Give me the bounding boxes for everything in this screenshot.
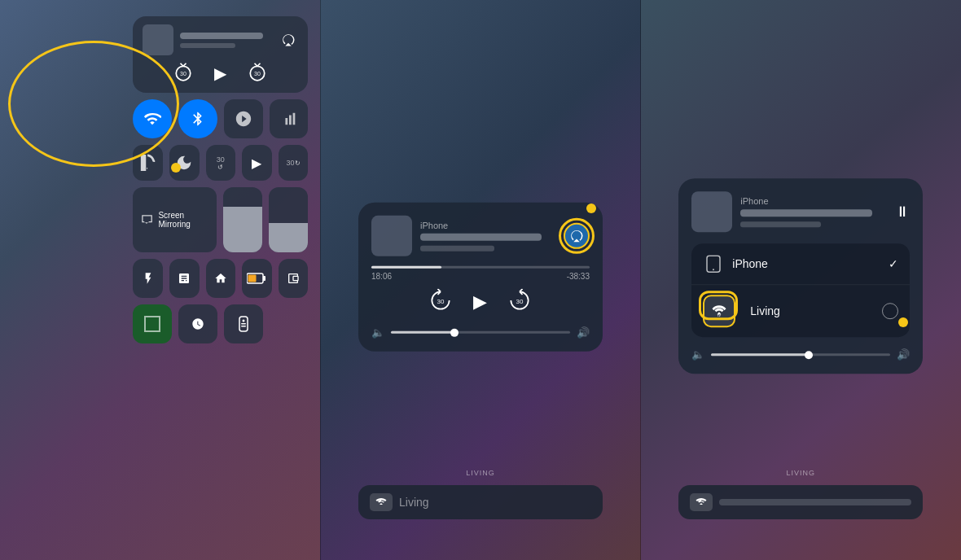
p2-airplay-container <box>564 223 590 249</box>
rotation-lock-button[interactable] <box>133 145 163 181</box>
p3-living-section: LIVING <box>678 469 923 519</box>
p2-forward-button[interactable]: 30 <box>507 289 533 315</box>
control-center-panel1: 30 ▶ 30 <box>133 16 308 343</box>
p2-times: 18:06 -38:33 <box>371 272 590 281</box>
p2-info: iPhone <box>420 221 555 252</box>
p2-controls: 30 ▶ 30 <box>371 289 590 315</box>
svg-text:30: 30 <box>254 71 261 77</box>
p3-device-list: iPhone ✓ tv Living <box>691 243 910 337</box>
p2-volume-low-icon: 🔈 <box>371 326 384 339</box>
p3-device-iphone[interactable]: iPhone ✓ <box>691 243 910 285</box>
brightness-slider[interactable] <box>223 187 262 252</box>
p3-checkmark: ✓ <box>889 257 898 270</box>
p3-title <box>740 209 872 217</box>
p3-volume-bar[interactable] <box>711 353 890 356</box>
rotation-dnd-row: 30 ↺ ▶ 30 ↻ <box>133 145 308 181</box>
p2-device-label: iPhone <box>420 221 555 230</box>
p3-subtitle <box>740 221 821 227</box>
cellular-button[interactable] <box>270 99 309 138</box>
panel-3: iPhone ⏸ iPhone ✓ <box>641 0 961 560</box>
p3-volume-high-icon: 🔊 <box>897 348 910 361</box>
svg-point-6 <box>243 320 245 322</box>
media-subtitle <box>180 43 235 48</box>
brightness-fill <box>223 207 262 252</box>
svg-rect-4 <box>248 275 257 282</box>
svg-text:30: 30 <box>516 299 524 306</box>
p2-progress: 18:06 -38:33 <box>371 266 590 281</box>
media-small-play[interactable]: ▶ <box>242 145 272 181</box>
p3-iphone-label: iPhone <box>732 257 880 270</box>
volume-slider[interactable] <box>269 187 308 252</box>
p2-thumbnail <box>371 216 412 256</box>
home-button[interactable] <box>206 259 236 298</box>
last-row <box>133 304 308 343</box>
slider-pair <box>223 187 308 252</box>
p3-volume-thumb <box>805 351 813 359</box>
p2-time-start: 18:06 <box>371 272 392 281</box>
p2-subtitle <box>420 246 494 252</box>
play-button[interactable]: ▶ <box>214 63 226 83</box>
media-thumbnail <box>143 24 173 55</box>
bottom-icon-row <box>133 259 308 298</box>
flashlight-button[interactable] <box>133 259 163 298</box>
p3-living-label: Living <box>750 304 874 317</box>
screen-mirroring-button[interactable]: Screen Mirroring <box>133 187 217 252</box>
p3-thumbnail <box>691 191 732 232</box>
p2-time-end: -38:33 <box>567 272 590 281</box>
bluetooth-button[interactable] <box>178 99 217 138</box>
volume-fill <box>269 223 308 252</box>
p3-pause-button[interactable]: ⏸ <box>895 203 910 221</box>
panel-1: 30 ▶ 30 <box>0 0 320 560</box>
remote-button[interactable] <box>224 304 263 343</box>
wallet-button[interactable] <box>279 259 309 298</box>
p2-living-button[interactable]: Living <box>358 485 603 519</box>
screen-mirroring-label: Screen Mirroring <box>158 211 208 229</box>
circle-green-button[interactable] <box>133 304 172 343</box>
media-top <box>143 24 298 55</box>
p3-phone-icon <box>703 253 724 274</box>
airplay-button-small[interactable] <box>279 30 298 50</box>
media-widget-panel1: 30 ▶ 30 <box>133 16 308 93</box>
p3-living-button[interactable] <box>678 485 923 519</box>
panel-2: iPhone 18:06 -38:33 <box>320 0 640 560</box>
media-controls: 30 ▶ 30 <box>143 62 298 85</box>
svg-text:tv: tv <box>717 313 721 317</box>
p2-title <box>420 234 542 241</box>
forward-30-button[interactable]: 30 <box>246 62 269 85</box>
p3-appletv-container: tv <box>703 295 735 327</box>
dnd-button[interactable] <box>224 99 263 138</box>
wifi-button[interactable] <box>133 99 172 138</box>
rewind-30-button[interactable]: 30 <box>172 62 195 85</box>
p2-media-top: iPhone <box>371 216 590 256</box>
p2-living-label: LIVING <box>358 469 603 477</box>
svg-rect-7 <box>241 323 246 325</box>
panel3-media-widget: iPhone ⏸ iPhone ✓ <box>678 178 923 374</box>
connectivity-row <box>133 99 308 138</box>
p3-volume: 🔈 🔊 <box>691 348 910 361</box>
svg-rect-3 <box>263 276 265 281</box>
moon-dnd-button[interactable] <box>169 145 200 181</box>
calculator-button[interactable] <box>169 259 200 298</box>
battery-button[interactable] <box>242 259 272 298</box>
p2-volume-fill <box>391 331 454 334</box>
svg-text:30: 30 <box>180 71 186 77</box>
svg-text:30: 30 <box>437 299 445 306</box>
p2-rewind-button[interactable]: 30 <box>428 289 454 315</box>
media-info <box>180 33 272 48</box>
p3-device-appletv[interactable]: tv Living <box>691 285 910 337</box>
p3-volume-fill <box>711 353 810 356</box>
p2-airplay-button[interactable] <box>564 223 590 249</box>
p2-living-text: Living <box>399 496 429 509</box>
p2-play-button[interactable]: ▶ <box>473 291 487 313</box>
p2-progress-bar[interactable] <box>371 266 590 269</box>
media-small-rewind[interactable]: 30 ↺ <box>206 145 236 181</box>
p3-living-bar <box>719 499 911 505</box>
p2-volume-bar[interactable] <box>391 331 570 334</box>
clock-button[interactable] <box>178 304 217 343</box>
divider-2 <box>640 0 641 560</box>
p2-volume-thumb <box>450 328 459 336</box>
svg-point-12 <box>713 269 714 270</box>
p2-volume-high-icon: 🔊 <box>577 326 590 339</box>
media-small-forward[interactable]: 30 ↻ <box>279 145 309 181</box>
p2-progress-fill <box>371 266 441 269</box>
